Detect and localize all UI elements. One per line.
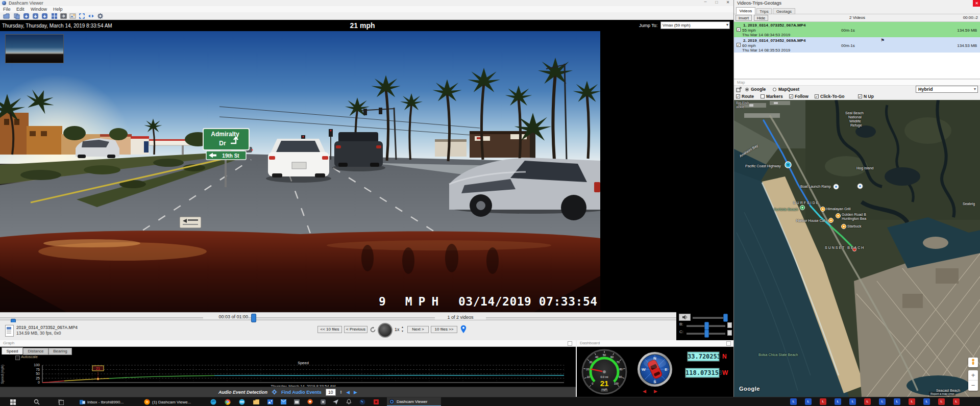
- video-row-1[interactable]: ✓ 1. 2019_0314_073352_067A.MP4 55 mph 00…: [734, 22, 980, 37]
- rate-down-icon[interactable]: ▼: [401, 329, 404, 333]
- main-titlebar[interactable]: Dashcam Viewer ─ □ ✕: [0, 0, 733, 6]
- minimize-button[interactable]: ─: [700, 0, 710, 6]
- mixer-c-spin[interactable]: [727, 330, 732, 336]
- red-app-icon[interactable]: [374, 399, 379, 404]
- fullscreen-icon[interactable]: [79, 13, 85, 19]
- markers-checkbox[interactable]: [761, 94, 765, 98]
- open-folder-icon[interactable]: [3, 13, 10, 19]
- map-pin-icon[interactable]: [460, 325, 467, 334]
- mail-icon[interactable]: [281, 399, 286, 404]
- search-icon[interactable]: [34, 399, 40, 405]
- tab-distance[interactable]: Distance: [23, 348, 48, 355]
- next-button[interactable]: Next >: [407, 326, 429, 333]
- tray-lav-icon[interactable]: L: [849, 398, 856, 405]
- start-button[interactable]: [10, 399, 16, 405]
- mixer-b-handle[interactable]: [704, 322, 709, 330]
- menu-file[interactable]: File: [3, 7, 11, 12]
- tray-lav-icon[interactable]: L: [805, 398, 812, 405]
- maximize-button[interactable]: □: [712, 0, 722, 6]
- menu-edit[interactable]: Edit: [16, 7, 24, 12]
- tab-geotags[interactable]: Geotags: [773, 8, 795, 14]
- menu-window[interactable]: Window: [31, 7, 47, 12]
- close-button[interactable]: ✕: [723, 0, 733, 6]
- tray-lav-icon[interactable]: L: [790, 398, 797, 405]
- tab-trips[interactable]: Trips: [756, 8, 772, 14]
- graph-collapse-button[interactable]: [568, 341, 572, 346]
- rotate-right-icon[interactable]: ▶: [654, 389, 657, 394]
- timeline-track[interactable]: [0, 317, 733, 320]
- taskbar-item-dashcam[interactable]: Dashcam Viewer: [387, 397, 441, 406]
- office-icon[interactable]: [307, 399, 313, 404]
- follow-checkbox[interactable]: ✓: [789, 94, 793, 98]
- import-mov-icon[interactable]: [41, 13, 48, 19]
- radio-google[interactable]: [745, 88, 749, 91]
- video-row-2[interactable]: ✓ 2. 2019_0314_073452_069A.MP4 ⚑ 60 mph …: [734, 37, 980, 53]
- click-to-go-checkbox[interactable]: ✓: [815, 94, 819, 98]
- open-external-icon[interactable]: [736, 87, 742, 92]
- video-area[interactable]: Admiralty Dr 19th St: [0, 31, 733, 312]
- tray-lav-icon[interactable]: L: [909, 398, 915, 405]
- taskbar-item-outlook[interactable]: Inbox - tbrohi8990...: [78, 397, 135, 406]
- volume-button[interactable]: [679, 314, 691, 321]
- panel-titlebar[interactable]: Videos-Trips-Geotags ✕: [734, 0, 980, 7]
- radio-mapquest[interactable]: [773, 88, 776, 91]
- tray-lav-icon[interactable]: L: [938, 398, 945, 405]
- video-thumbnail[interactable]: [5, 34, 64, 63]
- mixer-b-spin[interactable]: [727, 322, 732, 328]
- tab-videos[interactable]: Videos: [736, 7, 755, 14]
- mixer-c-handle[interactable]: [704, 329, 709, 338]
- copy-files-icon[interactable]: [13, 13, 20, 19]
- timeline-handle[interactable]: [251, 314, 256, 322]
- jump-to-select[interactable]: Vmax (59 mph) ▾: [660, 21, 730, 29]
- grid-view-icon[interactable]: [51, 13, 58, 19]
- export-video-icon[interactable]: [60, 13, 67, 19]
- store-icon[interactable]: [294, 399, 300, 404]
- tray-lav-icon[interactable]: L: [953, 398, 960, 405]
- tray-lav-icon[interactable]: L: [820, 398, 826, 405]
- zoom-out-button[interactable]: −: [968, 380, 978, 390]
- back-10-files-button[interactable]: << 10 files: [317, 326, 342, 333]
- file-explorer-icon[interactable]: [253, 399, 259, 404]
- tray-lav-icon[interactable]: L: [835, 398, 841, 405]
- paper-plane-icon[interactable]: [333, 399, 338, 404]
- task-view-icon[interactable]: [58, 399, 64, 405]
- route-checkbox[interactable]: ✓: [736, 94, 740, 98]
- volume-handle[interactable]: [723, 314, 728, 322]
- import-gpx-icon[interactable]: [32, 13, 39, 19]
- tray-lav-icon[interactable]: L: [923, 398, 930, 405]
- loop-icon[interactable]: [370, 326, 376, 333]
- map-type-select[interactable]: Hybrid ▾: [916, 86, 978, 93]
- map-attribution[interactable]: Report a map error: [929, 392, 955, 396]
- video-2-checkbox[interactable]: ✓: [737, 43, 741, 47]
- audio-prev-icon[interactable]: ◀: [346, 390, 350, 395]
- video-1-checkbox[interactable]: ✓: [737, 28, 741, 32]
- zoom-in-button[interactable]: +: [968, 370, 978, 380]
- internet-explorer-icon[interactable]: [239, 399, 245, 405]
- tray-lav-icon[interactable]: L: [864, 398, 871, 405]
- chrome-icon[interactable]: [225, 399, 231, 405]
- gauge-app-icon[interactable]: [359, 399, 365, 405]
- tab-bearing[interactable]: Bearing: [48, 348, 72, 355]
- edge-icon[interactable]: [210, 399, 216, 405]
- audio-next-icon[interactable]: ▶: [354, 390, 357, 395]
- tray-lav-icon[interactable]: L: [879, 398, 886, 405]
- n-up-checkbox[interactable]: ✓: [858, 94, 862, 98]
- notification-bell-icon[interactable]: [346, 399, 352, 404]
- audio-count-down-icon[interactable]: ▼: [340, 392, 342, 394]
- play-button[interactable]: [378, 323, 393, 338]
- graph-header[interactable]: Graph: [0, 340, 576, 347]
- map-view[interactable]: Big Fish ackle Seal Beach National Wildl…: [734, 100, 980, 397]
- map-header[interactable]: Map: [734, 79, 980, 86]
- transfer-icon[interactable]: [88, 13, 94, 19]
- audio-count-input[interactable]: 10: [326, 389, 336, 396]
- panel-close-button[interactable]: ✕: [973, 0, 980, 7]
- import-dat-icon[interactable]: [23, 13, 30, 19]
- settings-gear-icon[interactable]: [97, 13, 104, 19]
- dashboard-collapse-button[interactable]: [726, 341, 731, 346]
- volume-track[interactable]: [693, 317, 725, 319]
- previous-button[interactable]: < Previous: [344, 326, 368, 333]
- tab-speed[interactable]: Speed: [2, 347, 23, 354]
- snapshot-icon[interactable]: [69, 13, 76, 19]
- pegman-control[interactable]: [968, 358, 978, 367]
- photos-icon[interactable]: [267, 399, 273, 404]
